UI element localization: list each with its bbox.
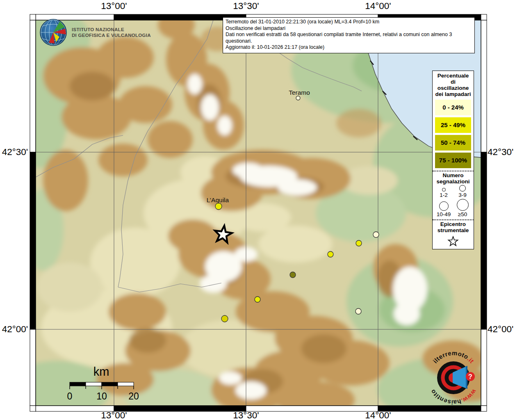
- scale-unit-label: km: [93, 365, 109, 378]
- legend-swatch-label: 25 - 49%: [441, 121, 465, 128]
- size-label-10-49: 10-49: [437, 211, 451, 218]
- lon-label-top-13-30: 13°30': [221, 1, 271, 11]
- legend-swatch-label: 50 - 74%: [441, 139, 465, 146]
- legend-divider: [433, 219, 474, 220]
- observation-dot: [296, 96, 300, 100]
- event-info-box: Terremoto del 31-01-2010 22:21:30 (ora l…: [223, 17, 475, 53]
- size-label-1-2: 1-2: [440, 192, 448, 199]
- legend: Percentuale di oscillazione dei lampadar…: [432, 71, 474, 249]
- observation-dot: [221, 315, 228, 322]
- legend-swatch-label: 75 - 100%: [439, 157, 467, 164]
- event-title-line: Terremoto del 31-01-2010 22:21:30 (ora l…: [226, 19, 472, 25]
- report-size-scale: 1-2 3-9 10-49 ≥50: [434, 185, 472, 218]
- lat-label-left-42-30: 42°30': [0, 147, 28, 158]
- event-effect-line: Oscillazione dei lampadari: [226, 25, 472, 32]
- size-circle-50plus: [457, 199, 469, 211]
- event-updated-line: Aggiornato il: 10-01-2026 21:17 (ora loc…: [226, 44, 472, 51]
- size-label-3-9: 3-9: [458, 192, 467, 199]
- size-label-50plus: ≥50: [458, 211, 467, 218]
- lat-label-right-42-00: 42°00': [488, 324, 513, 335]
- epicenter-star-icon: [447, 235, 459, 248]
- ingv-name-line1: ISTITUTO NAZIONALE: [72, 27, 151, 32]
- question-mark: ?: [468, 373, 472, 380]
- size-circle-3-9: [459, 185, 466, 192]
- legend-swatch-50-74: 50 - 74%: [435, 135, 471, 151]
- lon-label-bottom-13-00: 13°00': [89, 410, 139, 420]
- scale-tick-10: 10: [96, 391, 107, 402]
- lat-label-left-42-00: 42°00': [0, 324, 28, 335]
- legend-swatch-label: 0 - 24%: [442, 104, 464, 111]
- observation-dot: [356, 240, 362, 246]
- lon-label-bottom-14-00: 14°00': [353, 410, 403, 420]
- size-circle-1-2: [442, 188, 446, 192]
- macroseismic-map-page: Teramo L’Aquila km: [0, 0, 515, 420]
- observation-dot: [373, 232, 379, 237]
- lon-label-top-13-00: 13°00': [89, 1, 139, 11]
- legend-reports-title: Numero segnalazioni: [433, 172, 473, 185]
- lat-label-right-42-30: 42°30': [488, 147, 513, 158]
- legend-swatch-75-100: 75 - 100%: [435, 153, 471, 168]
- event-disclaimer-line: Dati non verificati estratti da 58 quest…: [226, 32, 472, 44]
- observation-dot: [215, 203, 222, 210]
- legend-intensity-title: Percentuale di oscillazione dei lampadar…: [434, 73, 472, 97]
- observation-dot: [290, 272, 296, 278]
- legend-swatch-0-24: 0 - 24%: [435, 100, 471, 115]
- ingv-name-line2: DI GEOFISICA E VULCANOLOGIA: [72, 32, 151, 38]
- lon-label-top-14-00: 14°00': [353, 1, 403, 11]
- observation-dot: [255, 297, 260, 302]
- observation-dot: [328, 251, 333, 257]
- observation-dot: [355, 308, 361, 314]
- city-label-teramo: Teramo: [289, 89, 310, 96]
- size-circle-10-49: [439, 201, 449, 211]
- legend-divider: [433, 171, 474, 171]
- ingv-logo: ISTITUTO NAZIONALE DI GEOFISICA E VULCAN…: [39, 18, 151, 47]
- ingv-globe-icon: [39, 18, 68, 47]
- scale-tick-20: 20: [128, 391, 139, 402]
- lon-label-bottom-13-30: 13°30': [221, 410, 271, 420]
- legend-swatch-25-49: 25 - 49%: [435, 117, 471, 133]
- scale-tick-0: 0: [67, 391, 73, 402]
- legend-epicenter-title: Epicentro strumentale: [433, 221, 473, 233]
- city-label-laquila: L’Aquila: [207, 196, 229, 203]
